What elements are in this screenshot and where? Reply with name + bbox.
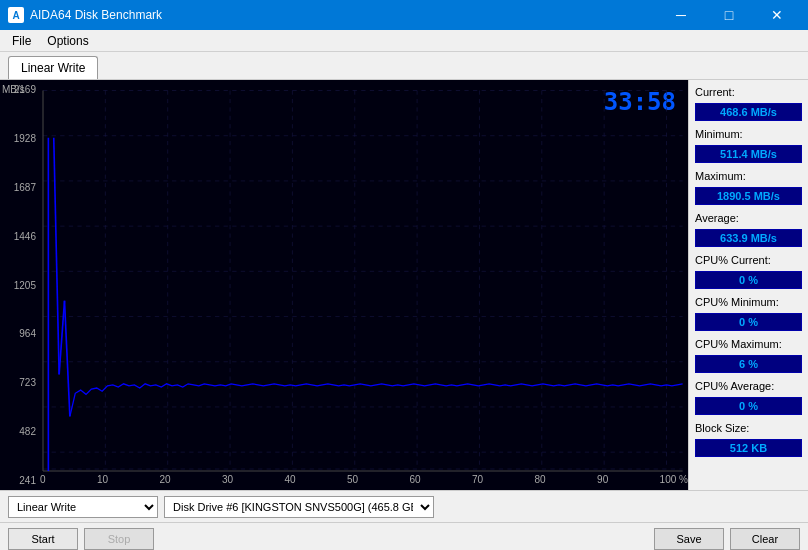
title-bar: A AIDA64 Disk Benchmark ─ □ ✕ [0, 0, 808, 30]
maximum-label: Maximum: [695, 170, 802, 182]
x-label-10: 100 % [660, 474, 688, 488]
bottom-controls-row1: Linear WriteLinear ReadRandom ReadRandom… [0, 490, 808, 522]
x-label-0: 0 [40, 474, 46, 488]
average-value: 633.9 MB/s [695, 229, 802, 247]
x-label-1: 10 [97, 474, 108, 488]
average-label: Average: [695, 212, 802, 224]
minimum-label: Minimum: [695, 128, 802, 140]
svg-line-23 [54, 138, 59, 375]
save-button[interactable]: Save [654, 528, 724, 550]
x-label-8: 80 [535, 474, 546, 488]
x-label-7: 70 [472, 474, 483, 488]
cpu-current-label: CPU% Current: [695, 254, 802, 266]
current-value: 468.6 MB/s [695, 103, 802, 121]
close-button[interactable]: ✕ [754, 0, 800, 30]
test-type-dropdown[interactable]: Linear WriteLinear ReadRandom ReadRandom… [8, 496, 158, 518]
cpu-maximum-label: CPU% Maximum: [695, 338, 802, 350]
stop-button[interactable]: Stop [84, 528, 154, 550]
x-label-9: 90 [597, 474, 608, 488]
x-label-4: 40 [285, 474, 296, 488]
cpu-minimum-value: 0 % [695, 313, 802, 331]
x-label-5: 50 [347, 474, 358, 488]
window-controls: ─ □ ✕ [658, 0, 800, 30]
maximum-value: 1890.5 MB/s [695, 187, 802, 205]
cpu-average-label: CPU% Average: [695, 380, 802, 392]
x-label-2: 20 [159, 474, 170, 488]
app-icon: A [8, 7, 24, 23]
cpu-maximum-value: 6 % [695, 355, 802, 373]
x-label-6: 60 [410, 474, 421, 488]
menu-bar: File Options [0, 30, 808, 52]
menu-options[interactable]: Options [39, 32, 96, 50]
x-axis: 0 10 20 30 40 50 60 70 80 90 100 % [40, 472, 688, 490]
x-label-3: 30 [222, 474, 233, 488]
minimize-button[interactable]: ─ [658, 0, 704, 30]
block-size-label: Block Size: [695, 422, 802, 434]
main-content: MB/s 33:58 2169 1928 1687 1446 1205 964 … [0, 80, 808, 490]
minimum-value: 511.4 MB/s [695, 145, 802, 163]
chart-area: MB/s 33:58 2169 1928 1687 1446 1205 964 … [0, 80, 688, 490]
tab-linear-write[interactable]: Linear Write [8, 56, 98, 79]
window-title: AIDA64 Disk Benchmark [30, 8, 658, 22]
cpu-current-value: 0 % [695, 271, 802, 289]
svg-line-25 [65, 301, 70, 417]
clear-button[interactable]: Clear [730, 528, 800, 550]
cpu-minimum-label: CPU% Minimum: [695, 296, 802, 308]
maximize-button[interactable]: □ [706, 0, 752, 30]
current-label: Current: [695, 86, 802, 98]
tab-bar: Linear Write [0, 52, 808, 80]
stats-panel: Current: 468.6 MB/s Minimum: 511.4 MB/s … [688, 80, 808, 490]
drive-dropdown[interactable]: Disk Drive #6 [KINGSTON SNVS500G] (465.8… [164, 496, 434, 518]
start-button[interactable]: Start [8, 528, 78, 550]
menu-file[interactable]: File [4, 32, 39, 50]
block-size-value: 512 KB [695, 439, 802, 457]
chart-svg [0, 80, 688, 490]
svg-line-24 [59, 301, 64, 375]
bottom-controls-row2: Start Stop Save Clear [0, 522, 808, 550]
cpu-average-value: 0 % [695, 397, 802, 415]
